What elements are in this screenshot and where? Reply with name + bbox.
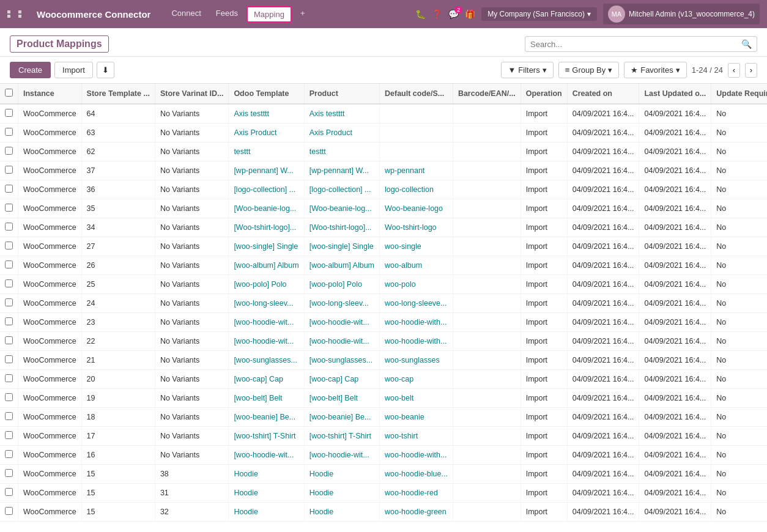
cell-8-3[interactable]: [woo-album] Album bbox=[229, 256, 304, 275]
cell-19-4[interactable]: Hoodie bbox=[304, 465, 379, 484]
row-checkbox[interactable] bbox=[5, 223, 13, 231]
chat-icon[interactable]: 💬 2 bbox=[448, 9, 459, 19]
cell-16-5[interactable]: woo-beanie bbox=[380, 408, 453, 427]
cell-15-3[interactable]: [woo-belt] Belt bbox=[229, 389, 304, 408]
table-row[interactable]: WooCommerce36No Variants[logo-collection… bbox=[0, 180, 767, 199]
row-checkbox-cell[interactable] bbox=[0, 503, 18, 522]
cell-21-3[interactable]: Hoodie bbox=[229, 503, 304, 522]
cell-3-3[interactable]: [wp-pennant] W... bbox=[229, 161, 304, 180]
table-row[interactable]: WooCommerce62No VariantstesttttestttImpo… bbox=[0, 142, 767, 161]
cell-13-4[interactable]: [woo-sunglasses... bbox=[304, 351, 379, 370]
row-checkbox-cell[interactable] bbox=[0, 294, 18, 313]
col-created-on[interactable]: Created on bbox=[567, 84, 639, 104]
col-odoo-template[interactable]: Odoo Template bbox=[229, 84, 304, 104]
user-menu[interactable]: MA Mitchell Admin (v13_woocommerce_4) bbox=[603, 4, 760, 24]
table-row[interactable]: WooCommerce1538HoodieHoodiewoo-hoodie-bl… bbox=[0, 465, 767, 484]
search-input[interactable] bbox=[530, 40, 741, 49]
cell-12-5[interactable]: woo-hoodie-with... bbox=[380, 332, 453, 351]
row-checkbox-cell[interactable] bbox=[0, 256, 18, 275]
download-button[interactable]: ⬇ bbox=[97, 62, 114, 78]
cell-14-5[interactable]: woo-cap bbox=[380, 370, 453, 389]
cell-11-5[interactable]: woo-hoodie-with... bbox=[380, 313, 453, 332]
help-icon[interactable]: ❓ bbox=[432, 9, 442, 19]
table-row[interactable]: WooCommerce18No Variants[woo-beanie] Be.… bbox=[0, 408, 767, 427]
cell-18-5[interactable]: woo-hoodie-with... bbox=[380, 446, 453, 465]
row-checkbox[interactable] bbox=[5, 128, 13, 136]
col-store-template[interactable]: Store Template ... bbox=[81, 84, 155, 104]
row-checkbox-cell[interactable] bbox=[0, 370, 18, 389]
row-checkbox-cell[interactable] bbox=[0, 275, 18, 294]
row-checkbox-cell[interactable] bbox=[0, 161, 18, 180]
row-checkbox-cell[interactable] bbox=[0, 180, 18, 199]
cell-19-3[interactable]: Hoodie bbox=[229, 465, 304, 484]
cell-3-4[interactable]: [wp-pennant] W... bbox=[304, 161, 379, 180]
row-checkbox-cell[interactable] bbox=[0, 142, 18, 161]
col-instance[interactable]: Instance bbox=[18, 84, 82, 104]
row-checkbox[interactable] bbox=[5, 507, 13, 515]
row-checkbox[interactable] bbox=[5, 204, 13, 212]
select-all-checkbox[interactable] bbox=[5, 89, 13, 97]
row-checkbox[interactable] bbox=[5, 469, 13, 477]
cell-20-5[interactable]: woo-hoodie-red bbox=[380, 484, 453, 503]
table-row[interactable]: WooCommerce26No Variants[woo-album] Albu… bbox=[0, 256, 767, 275]
company-selector[interactable]: My Company (San Francisco) ▾ bbox=[481, 7, 597, 21]
cell-12-3[interactable]: [woo-hoodie-wit... bbox=[229, 332, 304, 351]
col-barcode[interactable]: Barcode/EAN/... bbox=[453, 84, 521, 104]
select-all-header[interactable] bbox=[0, 84, 18, 104]
table-row[interactable]: WooCommerce63No VariantsAxis ProductAxis… bbox=[0, 124, 767, 142]
cell-22-5[interactable]: woo-hoodie-blue bbox=[380, 522, 453, 522]
cell-3-5[interactable]: wp-pennant bbox=[380, 161, 453, 180]
table-row[interactable]: WooCommerce1532HoodieHoodiewoo-hoodie-gr… bbox=[0, 503, 767, 522]
row-checkbox-cell[interactable] bbox=[0, 522, 18, 522]
table-row[interactable]: WooCommerce35No Variants[Woo-beanie-log.… bbox=[0, 199, 767, 218]
next-page-button[interactable]: › bbox=[745, 63, 757, 78]
cell-4-4[interactable]: [logo-collection] ... bbox=[304, 180, 379, 199]
row-checkbox[interactable] bbox=[5, 374, 13, 382]
cell-17-5[interactable]: woo-tshirt bbox=[380, 427, 453, 446]
table-row[interactable]: WooCommerce1533HoodieHoodiewoo-hoodie-bl… bbox=[0, 522, 767, 522]
cell-21-5[interactable]: woo-hoodie-green bbox=[380, 503, 453, 522]
row-checkbox-cell[interactable] bbox=[0, 389, 18, 408]
row-checkbox-cell[interactable] bbox=[0, 408, 18, 427]
row-checkbox-cell[interactable] bbox=[0, 104, 18, 124]
nav-connect[interactable]: Connect bbox=[165, 6, 207, 23]
col-product[interactable]: Product bbox=[304, 84, 379, 104]
table-row[interactable]: WooCommerce23No Variants[woo-hoodie-wit.… bbox=[0, 313, 767, 332]
cell-5-5[interactable]: Woo-beanie-logo bbox=[380, 199, 453, 218]
nav-feeds[interactable]: Feeds bbox=[210, 6, 244, 23]
cell-11-3[interactable]: [woo-hoodie-wit... bbox=[229, 313, 304, 332]
cell-1-4[interactable]: Axis Product bbox=[304, 124, 379, 142]
row-checkbox-cell[interactable] bbox=[0, 237, 18, 256]
cell-5-4[interactable]: [Woo-beanie-log... bbox=[304, 199, 379, 218]
cell-20-4[interactable]: Hoodie bbox=[304, 484, 379, 503]
cell-18-3[interactable]: [woo-hoodie-wit... bbox=[229, 446, 304, 465]
row-checkbox-cell[interactable] bbox=[0, 199, 18, 218]
row-checkbox[interactable] bbox=[5, 336, 13, 344]
cell-9-5[interactable]: woo-polo bbox=[380, 275, 453, 294]
create-button[interactable]: Create bbox=[10, 62, 51, 78]
import-button[interactable]: Import bbox=[54, 62, 93, 78]
cell-12-4[interactable]: [woo-hoodie-wit... bbox=[304, 332, 379, 351]
nav-mapping[interactable]: Mapping bbox=[246, 6, 292, 23]
prev-page-button[interactable]: ‹ bbox=[728, 63, 740, 78]
row-checkbox[interactable] bbox=[5, 450, 13, 458]
row-checkbox[interactable] bbox=[5, 488, 13, 496]
cell-7-5[interactable]: woo-single bbox=[380, 237, 453, 256]
cell-0-5[interactable] bbox=[380, 104, 453, 124]
cell-14-4[interactable]: [woo-cap] Cap bbox=[304, 370, 379, 389]
table-row[interactable]: WooCommerce64No VariantsAxis testtttAxis… bbox=[0, 104, 767, 124]
cell-6-3[interactable]: [Woo-tshirt-logo]... bbox=[229, 218, 304, 237]
cell-1-3[interactable]: Axis Product bbox=[229, 124, 304, 142]
row-checkbox-cell[interactable] bbox=[0, 427, 18, 446]
search-icon[interactable]: 🔍 bbox=[741, 39, 752, 49]
cell-14-3[interactable]: [woo-cap] Cap bbox=[229, 370, 304, 389]
col-update-required[interactable]: Update Requir. bbox=[711, 84, 767, 104]
table-row[interactable]: WooCommerce24No Variants[woo-long-sleev.… bbox=[0, 294, 767, 313]
cell-8-5[interactable]: woo-album bbox=[380, 256, 453, 275]
cell-17-3[interactable]: [woo-tshirt] T-Shirt bbox=[229, 427, 304, 446]
cell-0-3[interactable]: Axis testttt bbox=[229, 104, 304, 124]
app-grid-icon[interactable] bbox=[7, 10, 28, 18]
gift-icon[interactable]: 🎁 bbox=[465, 9, 475, 19]
cell-10-3[interactable]: [woo-long-sleev... bbox=[229, 294, 304, 313]
cell-8-4[interactable]: [woo-album] Album bbox=[304, 256, 379, 275]
